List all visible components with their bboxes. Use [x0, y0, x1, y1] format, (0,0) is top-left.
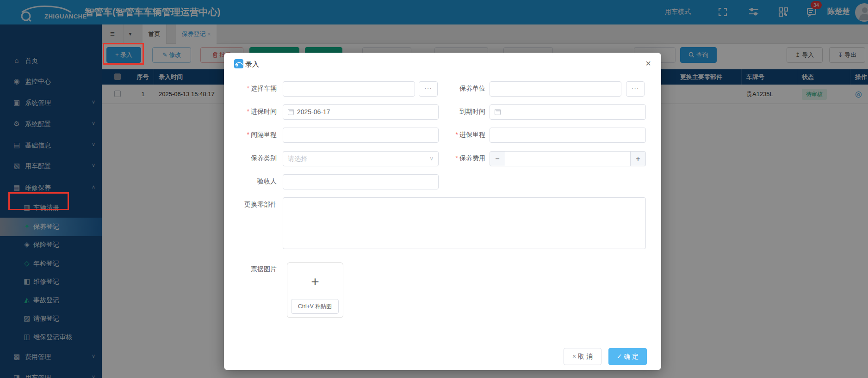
cost-increase-button[interactable]: + — [630, 151, 646, 166]
app-window: ZHIGUANCHE 智管车(智管车车辆管理运营中心) 用车模式 — [0, 0, 868, 378]
acceptor-label: 验收人 — [235, 177, 277, 186]
dialog-logo-icon — [234, 59, 243, 68]
unit-input[interactable] — [490, 81, 621, 97]
chevron-down-icon: ∨ — [429, 152, 434, 166]
calendar-icon — [288, 109, 294, 115]
vehicle-picker-button[interactable]: ··· — [419, 81, 438, 97]
interval-label: *间隔里程 — [235, 131, 277, 139]
dialog-close-icon[interactable]: × — [645, 58, 651, 69]
cancel-button[interactable]: × 取 消 — [564, 348, 601, 365]
cost-label: *保养费用 — [434, 154, 485, 163]
entry-dialog: 录入 × *选择车辆 ··· 保养单位 ··· *进保时间 2025-06-17… — [224, 53, 661, 370]
vehicle-label: *选择车辆 — [235, 85, 277, 93]
vehicle-input[interactable] — [283, 81, 415, 97]
unit-label: 保养单位 — [439, 85, 485, 93]
dialog-title: 录入 — [245, 60, 259, 69]
category-label: 保养类别 — [235, 154, 277, 163]
close-icon: × — [572, 353, 576, 360]
confirm-button[interactable]: ✓ 确 定 — [608, 348, 647, 365]
parts-label: 更换零部件 — [235, 201, 277, 209]
parts-textarea[interactable] — [283, 197, 646, 249]
mileage-input[interactable] — [490, 128, 646, 143]
due-date-input[interactable] — [490, 104, 646, 120]
due-date-label: 到期时间 — [439, 108, 485, 116]
calendar-icon — [495, 109, 501, 115]
category-select[interactable]: 请选择 ∨ — [283, 151, 439, 166]
start-date-label: *进保时间 — [235, 108, 277, 116]
upload-plus-icon: + — [287, 274, 343, 290]
cost-input[interactable] — [505, 151, 631, 166]
interval-input[interactable] — [283, 128, 439, 143]
mileage-label: *进保里程 — [434, 131, 485, 139]
unit-picker-button[interactable]: ··· — [626, 81, 645, 97]
receipt-label: 票据图片 — [235, 265, 277, 274]
acceptor-input[interactable] — [283, 174, 439, 189]
paste-image-button[interactable]: Ctrl+V 粘贴图 — [291, 299, 339, 314]
cost-decrease-button[interactable]: − — [490, 151, 505, 166]
check-icon: ✓ — [617, 353, 622, 360]
start-date-input[interactable]: 2025-06-17 — [283, 104, 439, 120]
